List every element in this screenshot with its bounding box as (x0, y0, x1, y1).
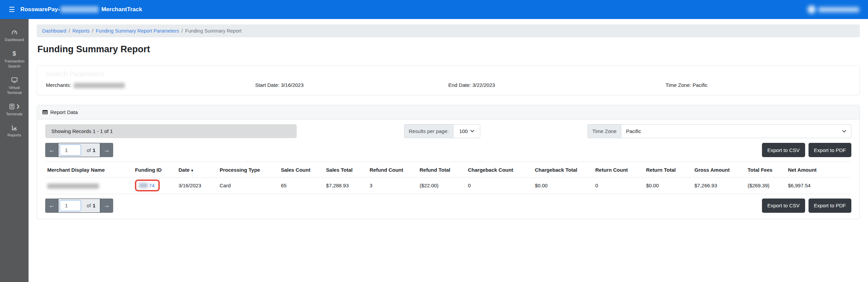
page-count-label: of1 (82, 199, 100, 212)
cell-refund-total: ($22.00) (417, 177, 465, 194)
export-to-pdf-button[interactable]: Export to PDF (809, 143, 851, 157)
time-zone-parameter: Time Zone: Pacific (665, 82, 851, 88)
col-date-sortable[interactable]: Date▾ (176, 162, 217, 177)
col-sales-count: Sales Count (278, 162, 323, 177)
sidebar-item-label: Transaction Search (4, 59, 24, 69)
sidebar-item-transaction-search[interactable]: $ Transaction Search (0, 46, 29, 73)
table-row: 74 3/16/2023 Card 65 $7,288.93 3 ($22.00… (45, 177, 851, 194)
previous-page-button[interactable]: ← (45, 199, 58, 213)
area-chart-icon (1, 124, 28, 131)
breadcrumb-link-dashboard[interactable]: Dashboard (42, 28, 66, 34)
col-return-count: Return Count (593, 162, 643, 177)
user-icon (808, 5, 816, 14)
redacted-merchant-value (74, 83, 125, 88)
page-title: Funding Summary Report (37, 44, 860, 55)
results-per-page-select[interactable]: 100 (453, 124, 480, 138)
red-highlight-annotation: 74 (135, 180, 160, 191)
cell-date: 3/16/2023 (176, 177, 217, 194)
topbar: ☰ RosswarePay- MerchantTrack (0, 0, 868, 19)
cell-return-count: 0 (593, 177, 643, 194)
calculator-icon (9, 103, 15, 110)
col-merchant-display-name: Merchant Display Name (45, 162, 132, 177)
cell-return-total: $0.00 (643, 177, 692, 194)
col-sales-total: Sales Total (323, 162, 367, 177)
cell-sales-total: $7,288.93 (323, 177, 367, 194)
brand-suffix: MerchantTrack (101, 6, 142, 13)
monitor-icon (1, 76, 28, 84)
sidebar-item-dashboard[interactable]: Dashboard (0, 25, 29, 46)
pagination-top: ← of1 → (45, 143, 113, 157)
chevron-down-icon (470, 130, 474, 132)
col-chargeback-total: Chargeback Total (532, 162, 593, 177)
col-return-total: Return Total (643, 162, 692, 177)
next-page-button[interactable]: → (100, 143, 113, 157)
cell-chargeback-total: $0.00 (532, 177, 593, 194)
brand-prefix: RosswarePay- (20, 6, 60, 13)
cell-merchant-display-name (45, 177, 132, 194)
sort-descending-icon: ▾ (191, 168, 193, 172)
col-processing-type: Processing Type (217, 162, 278, 177)
search-parameters-heading: Search Parameters (46, 70, 851, 78)
time-zone-label: Time Zone (588, 124, 621, 138)
chevron-right-icon: ❯ (16, 104, 20, 109)
col-total-fees: Total Fees (745, 162, 785, 177)
gauge-icon (1, 29, 28, 36)
report-data-card: Report Data Showing Records 1 - 1 of 1 R… (37, 105, 860, 219)
pagination-bottom: ← of1 → (45, 199, 113, 213)
cell-sales-count: 65 (278, 177, 323, 194)
breadcrumb-current: Funding Summary Report (185, 28, 242, 34)
col-gross-amount: Gross Amount (692, 162, 745, 177)
funding-id-link[interactable]: 74 (149, 183, 155, 188)
sidebar-item-virtual-terminal[interactable]: Virtual Terminal (0, 73, 29, 99)
end-date-parameter: End Date: 3/22/2023 (448, 82, 665, 88)
next-page-button[interactable]: → (100, 199, 113, 213)
merchants-parameter: Merchants: (46, 82, 255, 88)
page-number-input[interactable] (59, 200, 81, 211)
sidebar-item-label: Dashboard (5, 38, 24, 42)
sidebar-item-terminals[interactable]: ❯ Terminals (0, 99, 29, 121)
showing-records-status: Showing Records 1 - 1 of 1 (45, 124, 297, 138)
page-number-input[interactable] (59, 144, 81, 156)
export-to-csv-button[interactable]: Export to CSV (762, 199, 805, 213)
table-header-row: Merchant Display Name Funding ID Date▾ P… (45, 162, 851, 177)
chevron-down-icon (842, 130, 846, 133)
previous-page-button[interactable]: ← (45, 143, 58, 157)
user-menu[interactable] (808, 5, 859, 14)
start-date-parameter: Start Date: 3/16/2023 (255, 82, 448, 88)
redacted-funding-id-prefix (139, 183, 148, 188)
time-zone-group: Time Zone Pacific (588, 124, 851, 138)
dollar-icon: $ (1, 50, 28, 57)
sidebar-item-label: Reports (7, 133, 21, 137)
page-count-label: of1 (82, 143, 100, 157)
redacted-brand-text (60, 6, 99, 13)
export-to-csv-button[interactable]: Export to CSV (762, 143, 805, 157)
redacted-merchant-name (47, 184, 99, 189)
cell-chargeback-count: 0 (465, 177, 532, 194)
cell-total-fees: ($269.39) (745, 177, 785, 194)
col-refund-total: Refund Total (417, 162, 465, 177)
report-table: Merchant Display Name Funding ID Date▾ P… (45, 162, 851, 194)
breadcrumb: Dashboard/Reports/Funding Summary Report… (37, 24, 860, 37)
table-icon (42, 110, 48, 115)
col-funding-id: Funding ID (132, 162, 176, 177)
search-parameters-card: Search Parameters Merchants: Start Date:… (37, 65, 860, 95)
menu-icon[interactable]: ☰ (9, 6, 15, 13)
cell-gross-amount: $7,266.93 (692, 177, 745, 194)
report-data-header: Report Data (37, 105, 860, 119)
export-to-pdf-button[interactable]: Export to PDF (809, 199, 851, 213)
col-net-amount: Net Amount (785, 162, 851, 177)
sidebar: Dashboard $ Transaction Search Virtual T… (0, 19, 29, 282)
breadcrumb-link-funding-summary-report-parameters[interactable]: Funding Summary Report Parameters (96, 28, 179, 34)
cell-processing-type: Card (217, 177, 278, 194)
time-zone-select[interactable]: Pacific (621, 124, 851, 138)
sidebar-item-reports[interactable]: Reports (0, 120, 29, 142)
app-brand: RosswarePay- MerchantTrack (20, 6, 142, 13)
breadcrumb-link-reports[interactable]: Reports (72, 28, 90, 34)
redacted-user-name (818, 7, 859, 12)
col-chargeback-count: Chargeback Count (465, 162, 532, 177)
results-per-page-group: Results per page: 100 (404, 124, 481, 138)
cell-net-amount: $6,997.54 (785, 177, 851, 194)
col-refund-count: Refund Count (367, 162, 417, 177)
sidebar-item-label: Virtual Terminal (7, 86, 21, 95)
results-per-page-label: Results per page: (404, 124, 453, 138)
